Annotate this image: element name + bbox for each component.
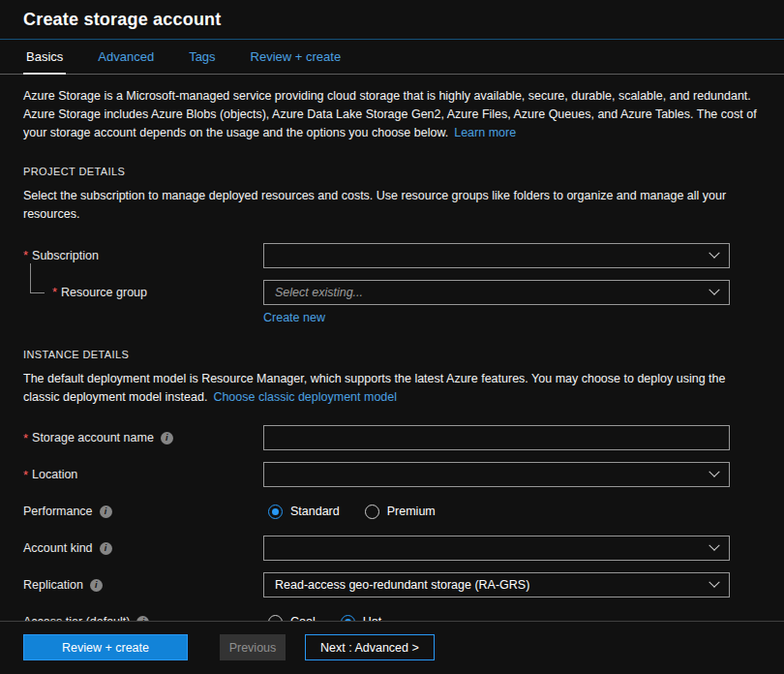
page-header: Create storage account bbox=[0, 0, 784, 40]
chevron-down-icon bbox=[709, 577, 719, 588]
form-row-subscription: Subscription bbox=[23, 243, 761, 268]
radio-label: Standard bbox=[290, 505, 340, 518]
radio-selected-icon bbox=[268, 505, 283, 519]
replication-value: Read-access geo-redundant storage (RA-GR… bbox=[275, 578, 529, 592]
project-details-heading: PROJECT DETAILS bbox=[23, 166, 761, 177]
chevron-down-icon bbox=[709, 540, 719, 551]
location-label: Location bbox=[23, 468, 263, 482]
tab-advanced[interactable]: Advanced bbox=[95, 40, 157, 75]
project-details-description: Select the subscription to manage deploy… bbox=[23, 187, 761, 224]
learn-more-link[interactable]: Learn more bbox=[454, 126, 516, 139]
form-row-resource-group: Resource group Select existing... bbox=[23, 280, 761, 305]
intro-paragraph: Azure Storage is a Microsoft-managed ser… bbox=[23, 87, 761, 141]
replication-label-text: Replication bbox=[23, 578, 83, 592]
radio-label: Premium bbox=[387, 505, 436, 518]
radio-unselected-icon bbox=[365, 505, 379, 519]
info-icon[interactable] bbox=[161, 432, 173, 444]
performance-radio-group: Standard Premium bbox=[263, 505, 730, 519]
create-new-link[interactable]: Create new bbox=[263, 311, 325, 324]
storage-account-name-input[interactable] bbox=[263, 425, 730, 450]
main-content: Azure Storage is a Microsoft-managed ser… bbox=[0, 87, 784, 634]
required-asterisk bbox=[52, 285, 61, 299]
resource-group-placeholder: Select existing... bbox=[275, 286, 363, 299]
form-row-storage-account-name: Storage account name bbox=[23, 425, 761, 450]
form-row-location: Location bbox=[23, 462, 761, 487]
tree-connector bbox=[30, 263, 45, 293]
classic-deployment-link[interactable]: Choose classic deployment model bbox=[213, 390, 397, 404]
resource-group-label: Resource group bbox=[23, 285, 263, 299]
footer-bar: Review + create Previous Next : Advanced… bbox=[0, 621, 784, 674]
form-row-performance: Performance Standard Premium bbox=[23, 499, 761, 524]
subscription-label-text: Subscription bbox=[32, 249, 99, 262]
instance-details-heading: INSTANCE DETAILS bbox=[23, 349, 761, 360]
intro-text: Azure Storage is a Microsoft-managed ser… bbox=[23, 89, 757, 139]
chevron-down-icon bbox=[709, 467, 719, 477]
account-kind-label-text: Account kind bbox=[23, 541, 93, 555]
subscription-dropdown[interactable] bbox=[263, 243, 730, 268]
storage-account-name-label: Storage account name bbox=[23, 431, 263, 445]
info-icon[interactable] bbox=[100, 506, 112, 518]
form-row-replication: Replication Read-access geo-redundant st… bbox=[23, 572, 761, 597]
tab-bar: Basics Advanced Tags Review + create bbox=[0, 40, 784, 75]
required-asterisk bbox=[23, 468, 32, 482]
performance-option-standard[interactable]: Standard bbox=[268, 505, 340, 519]
account-kind-dropdown[interactable] bbox=[263, 536, 730, 561]
previous-button[interactable]: Previous bbox=[220, 634, 286, 660]
subscription-label: Subscription bbox=[23, 248, 263, 262]
location-dropdown[interactable] bbox=[263, 462, 730, 487]
tab-review-create[interactable]: Review + create bbox=[248, 40, 345, 75]
account-kind-label: Account kind bbox=[23, 541, 263, 555]
storage-account-name-label-text: Storage account name bbox=[32, 431, 154, 444]
next-advanced-button[interactable]: Next : Advanced > bbox=[305, 634, 435, 660]
tab-basics[interactable]: Basics bbox=[23, 40, 66, 75]
review-create-button[interactable]: Review + create bbox=[23, 634, 188, 660]
chevron-down-icon bbox=[709, 247, 719, 258]
required-asterisk bbox=[23, 431, 32, 445]
location-label-text: Location bbox=[32, 468, 77, 481]
replication-label: Replication bbox=[23, 578, 263, 592]
performance-option-premium[interactable]: Premium bbox=[365, 505, 436, 519]
form-row-account-kind: Account kind bbox=[23, 536, 761, 561]
resource-group-label-text: Resource group bbox=[61, 286, 147, 299]
resource-group-dropdown[interactable]: Select existing... bbox=[263, 280, 730, 305]
info-icon[interactable] bbox=[100, 542, 112, 555]
performance-label: Performance bbox=[23, 505, 263, 518]
performance-label-text: Performance bbox=[23, 505, 93, 518]
info-icon[interactable] bbox=[90, 579, 103, 592]
chevron-down-icon bbox=[709, 284, 719, 294]
page-title: Create storage account bbox=[23, 10, 761, 30]
replication-dropdown[interactable]: Read-access geo-redundant storage (RA-GR… bbox=[263, 572, 730, 597]
required-asterisk bbox=[23, 248, 32, 262]
instance-details-description: The default deployment model is Resource… bbox=[23, 370, 761, 407]
tab-tags[interactable]: Tags bbox=[186, 40, 218, 75]
